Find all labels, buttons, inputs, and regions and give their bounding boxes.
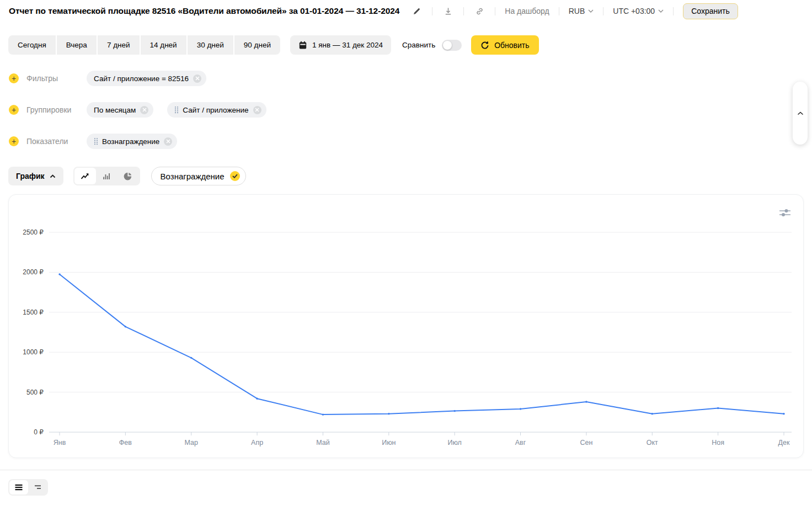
chevron-up-icon bbox=[797, 111, 804, 115]
compare-control: Сравнить bbox=[402, 40, 462, 51]
chart-settings-icon[interactable] bbox=[779, 208, 791, 218]
pencil-icon bbox=[413, 7, 421, 15]
divider bbox=[559, 7, 559, 15]
svg-text:Мар: Мар bbox=[184, 439, 198, 446]
remove-metric-icon[interactable] bbox=[164, 137, 172, 146]
svg-text:Авг: Авг bbox=[515, 439, 526, 446]
table-flat-view-button[interactable] bbox=[9, 480, 28, 495]
divider bbox=[673, 7, 674, 15]
preset-today-button[interactable]: Сегодня bbox=[8, 35, 56, 55]
filter-chip-text: Сайт / приложение = 82516 bbox=[94, 75, 189, 83]
filters-row: + Фильтры Сайт / приложение = 82516 bbox=[0, 71, 812, 86]
chart-type-line-button[interactable] bbox=[74, 168, 96, 184]
grouping-chip-months[interactable]: По месяцам bbox=[87, 102, 153, 118]
refresh-icon bbox=[480, 41, 489, 50]
chevron-down-icon bbox=[658, 9, 664, 13]
chart-controls: График Вознаграждение bbox=[8, 167, 804, 185]
line-chart-icon bbox=[80, 172, 90, 180]
drag-handle-icon[interactable] bbox=[94, 137, 98, 145]
preset-yesterday-button[interactable]: Вчера bbox=[57, 35, 97, 55]
share-link-button[interactable] bbox=[473, 5, 485, 17]
bar-chart-icon bbox=[102, 172, 111, 180]
metric-pill-label: Вознаграждение bbox=[161, 172, 225, 181]
remove-filter-icon[interactable] bbox=[193, 75, 201, 83]
metric-chip-reward[interactable]: Вознаграждение bbox=[87, 134, 177, 149]
timezone-dropdown[interactable]: UTC +03:00 bbox=[613, 7, 664, 15]
grouping-chip-text: По месяцам bbox=[94, 106, 136, 114]
svg-text:Сен: Сен bbox=[580, 439, 592, 446]
svg-text:Окт: Окт bbox=[647, 439, 658, 446]
date-range-button[interactable]: 1 янв — 31 дек 2024 bbox=[290, 35, 391, 55]
add-filter-button[interactable]: + bbox=[9, 73, 19, 83]
chart-type-bar-button[interactable] bbox=[96, 168, 117, 184]
svg-text:500 ₽: 500 ₽ bbox=[26, 389, 44, 396]
svg-text:Ноя: Ноя bbox=[712, 439, 724, 446]
compare-toggle[interactable] bbox=[442, 40, 462, 51]
compare-label: Сравнить bbox=[402, 41, 435, 49]
currency-value: RUB bbox=[569, 7, 585, 15]
download-report-button[interactable] bbox=[442, 5, 454, 17]
table-toolbar bbox=[8, 479, 804, 496]
preset-7days-button[interactable]: 7 дней bbox=[98, 35, 140, 55]
add-grouping-button[interactable]: + bbox=[9, 105, 19, 115]
svg-text:Дек: Дек bbox=[778, 439, 790, 446]
divider bbox=[0, 470, 812, 470]
download-icon bbox=[444, 7, 452, 15]
hamburger-icon bbox=[15, 484, 23, 491]
metrics-label: Показатели bbox=[26, 137, 68, 146]
timezone-value: UTC +03:00 bbox=[613, 7, 655, 15]
check-icon bbox=[230, 171, 240, 181]
edit-title-button[interactable] bbox=[410, 5, 423, 17]
groupings-label: Группировки bbox=[26, 105, 71, 114]
indented-rows-icon bbox=[34, 484, 41, 491]
collapse-settings-button[interactable] bbox=[793, 82, 808, 145]
chart-svg: 0 ₽500 ₽1000 ₽1500 ₽2000 ₽2500 ₽ЯнвФевМа… bbox=[9, 195, 804, 458]
filters-label: Фильтры bbox=[26, 74, 58, 83]
table-tree-view-button[interactable] bbox=[28, 480, 47, 495]
calendar-icon bbox=[298, 41, 307, 50]
refresh-label: Обновить bbox=[494, 41, 529, 50]
topbar: Отчет по тематической площадке 82516 «Во… bbox=[0, 0, 812, 22]
grouping-chip-site[interactable]: Сайт / приложение bbox=[167, 102, 266, 118]
svg-text:1000 ₽: 1000 ₽ bbox=[23, 348, 44, 356]
add-metric-button[interactable]: + bbox=[9, 136, 19, 146]
refresh-button[interactable]: Обновить bbox=[471, 35, 538, 55]
remove-grouping-icon[interactable] bbox=[253, 106, 261, 114]
svg-text:2500 ₽: 2500 ₽ bbox=[23, 228, 44, 236]
groupings-row: + Группировки По месяцам Сайт / приложен… bbox=[0, 102, 812, 118]
metrics-row: + Показатели Вознаграждение bbox=[0, 134, 812, 149]
svg-text:0 ₽: 0 ₽ bbox=[34, 428, 44, 436]
remove-grouping-icon[interactable] bbox=[140, 106, 148, 114]
chart-view-dropdown[interactable]: График bbox=[8, 167, 63, 185]
filter-chip[interactable]: Сайт / приложение = 82516 bbox=[87, 71, 206, 86]
report-settings: + Фильтры Сайт / приложение = 82516 + Гр… bbox=[0, 71, 812, 149]
currency-dropdown[interactable]: RUB bbox=[569, 7, 594, 15]
drag-handle-icon[interactable] bbox=[174, 106, 179, 114]
svg-text:2000 ₽: 2000 ₽ bbox=[23, 268, 44, 276]
date-presets: Сегодня Вчера 7 дней 14 дней 30 дней 90 … bbox=[8, 35, 280, 55]
date-range-value: 1 янв — 31 дек 2024 bbox=[312, 41, 383, 49]
svg-text:Май: Май bbox=[316, 439, 330, 446]
divider bbox=[463, 7, 464, 15]
preset-30days-button[interactable]: 30 дней bbox=[188, 35, 233, 55]
toggle-knob bbox=[443, 41, 452, 50]
svg-text:Фев: Фев bbox=[119, 439, 132, 446]
chart-type-segmented bbox=[73, 167, 140, 185]
chart-type-pie-button[interactable] bbox=[117, 168, 139, 184]
to-dashboard-link[interactable]: На дашборд bbox=[505, 7, 549, 15]
save-button[interactable]: Сохранить bbox=[683, 3, 738, 19]
metric-visibility-pill[interactable]: Вознаграждение bbox=[151, 167, 246, 185]
topbar-actions: На дашборд RUB UTC +03:00 Сохранить bbox=[410, 3, 738, 19]
divider bbox=[495, 7, 495, 15]
page-title: Отчет по тематической площадке 82516 «Во… bbox=[9, 6, 399, 16]
svg-text:Янв: Янв bbox=[54, 439, 66, 446]
preset-14days-button[interactable]: 14 дней bbox=[141, 35, 186, 55]
chevron-up-icon bbox=[50, 174, 56, 178]
preset-90days-button[interactable]: 90 дней bbox=[234, 35, 280, 55]
table-view-segmented bbox=[8, 479, 48, 496]
divider bbox=[432, 7, 432, 15]
chart-view-label: График bbox=[16, 172, 45, 180]
divider bbox=[603, 7, 603, 15]
chart-card: 0 ₽500 ₽1000 ₽1500 ₽2000 ₽2500 ₽ЯнвФевМа… bbox=[8, 194, 804, 458]
metric-chip-text: Вознаграждение bbox=[102, 137, 159, 146]
